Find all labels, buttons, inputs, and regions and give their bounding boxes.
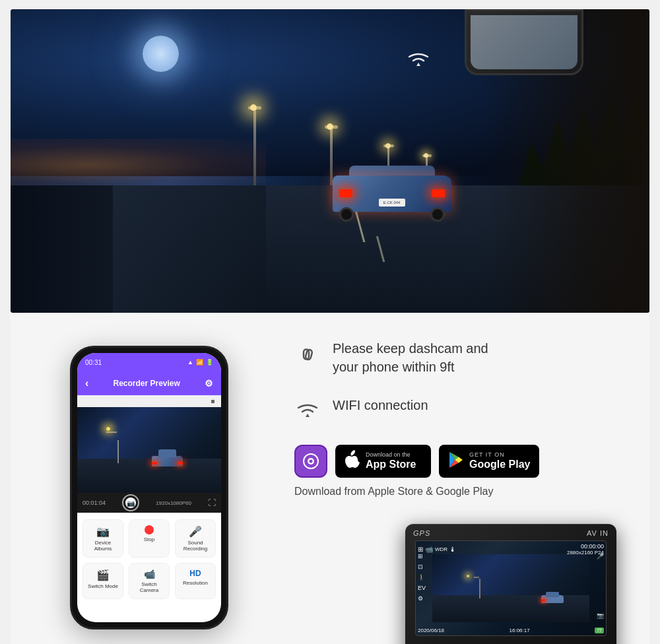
hero-section: E·CK 044	[11, 9, 649, 313]
phone-mode-bar: ⏹	[77, 395, 221, 407]
app-store-line1: Download on the	[366, 451, 416, 458]
phone-time: 00:31	[85, 359, 102, 366]
road-left	[11, 185, 266, 313]
wifi-info-icon	[294, 399, 321, 425]
wifi-connection-text: WIFI connection	[333, 396, 428, 414]
dashcam-date: 2020/06/18	[418, 628, 444, 633]
proximity-text: Please keep dashcam andyour phone within…	[333, 339, 488, 376]
phone-screen: 00:31 ▲ 📶 🔋 ‹ Recorder Preview ⚙	[77, 353, 221, 622]
phone-video-res: 1920x1080P60	[156, 500, 191, 506]
phone-video-preview	[77, 407, 221, 493]
google-play-button[interactable]: GET IT ON Google Play	[439, 445, 539, 478]
city-glow	[11, 139, 266, 191]
proximity-info: Please keep dashcam andyour phone within…	[294, 339, 630, 376]
dashcam-avin-label: AV IN	[587, 529, 609, 537]
phone-status-icons: ▲ 📶 🔋	[187, 359, 213, 366]
dashcam-gps-label: GPS	[413, 529, 430, 537]
phone-mockup: 00:31 ▲ 📶 🔋 ‹ Recorder Preview ⚙	[70, 346, 228, 629]
phone-fullscreen-icon[interactable]: ⛶	[208, 498, 216, 507]
phone-grid-albums[interactable]: 📷 Device Albums	[82, 519, 123, 558]
phone-nav-bar: ‹ Recorder Preview ⚙	[77, 371, 221, 395]
phone-back-btn[interactable]: ‹	[85, 377, 88, 389]
phone-area: 00:31 ▲ 📶 🔋 ‹ Recorder Preview ⚙	[11, 313, 288, 644]
wifi-info: WIFI connection	[294, 396, 630, 425]
dashcam-device: GPS AV IN ⊞ 📹 WDR 🌡 00:00:00	[405, 524, 616, 644]
bottom-section: GPS AV IN ⊞ 📹 WDR 🌡 00:00:00	[11, 313, 649, 644]
app-icon	[294, 445, 327, 478]
phone-grid-resolution[interactable]: HD Resolution	[175, 563, 216, 599]
svg-point-2	[310, 460, 313, 463]
phone-grid-switch-camera[interactable]: 📹 Switch Camera	[129, 563, 170, 599]
phone-video-time: 00:01:04	[82, 499, 106, 506]
phone-video-controls: 00:01:04 📷 1920x1080P60 ⛶	[77, 493, 221, 513]
phone-status-bar: 00:31 ▲ 📶 🔋	[77, 353, 221, 371]
apple-icon	[345, 450, 360, 472]
dashcam-screen: ⊞ 📹 WDR 🌡 00:00:00 2880x2160 P24	[415, 540, 607, 636]
phone-grid-sound[interactable]: 🎤 Sound Recording	[175, 519, 216, 558]
app-download-section: Download on the App Store	[294, 445, 630, 498]
app-buttons-row: Download on the App Store	[294, 445, 630, 478]
download-caption: Download from Apple Store & Google Play	[294, 486, 630, 498]
record-icon	[145, 525, 154, 534]
phone-capture-btn[interactable]: 📷	[122, 494, 139, 511]
dashcam-time: 00:00:00	[567, 543, 604, 550]
app-store-line2: App Store	[366, 458, 416, 470]
google-play-line2: Google Play	[469, 458, 530, 470]
dashcam-clock: 16:06:17	[510, 628, 530, 633]
phone-grid-switch-mode[interactable]: 🎬 Switch Mode	[82, 563, 123, 599]
phone-settings-btn[interactable]: ⚙	[205, 378, 213, 389]
google-play-icon	[448, 451, 464, 472]
app-store-button[interactable]: Download on the App Store	[335, 445, 431, 478]
phone-app-grid: 📷 Device Albums Stop 🎤 Sound Recording	[77, 513, 221, 606]
car-hero: E·CK 044	[326, 156, 458, 222]
phone-grid-stop[interactable]: Stop	[129, 519, 170, 558]
moon	[143, 36, 179, 72]
dashcam-battery: 77	[595, 628, 604, 633]
wifi-icon-hero	[405, 46, 432, 75]
link-icon	[294, 342, 321, 372]
rearview-mirror	[465, 9, 583, 75]
google-play-line1: GET IT ON	[469, 451, 530, 458]
phone-nav-title: Recorder Preview	[113, 379, 180, 388]
street-light-1	[253, 106, 256, 185]
